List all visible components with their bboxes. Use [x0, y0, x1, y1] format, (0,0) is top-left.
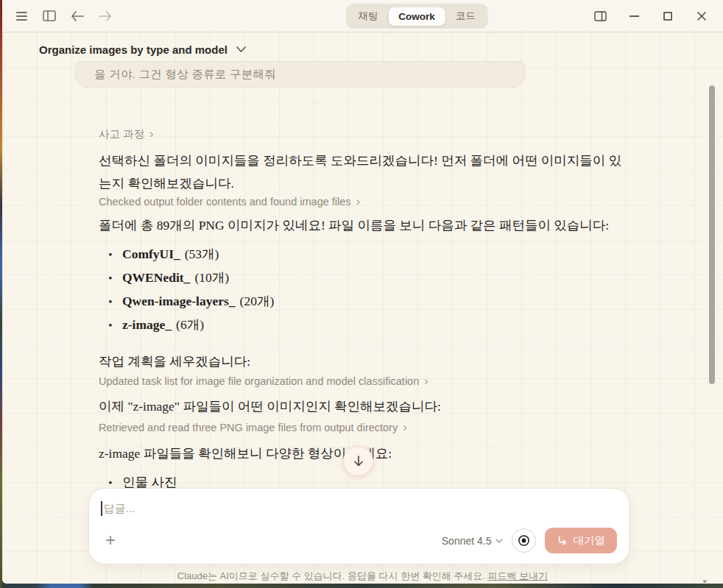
reply-composer: 답글... + Sonnet 4.5	[88, 488, 629, 564]
app-window: 채팅 Cowork 코드	[2, 0, 723, 584]
conversation-title-row[interactable]: Organize images by type and model	[39, 40, 246, 58]
list-item: • z-image_ (6개)	[99, 314, 624, 337]
scrollbar-thumb[interactable]	[709, 85, 715, 384]
minimize-button[interactable]	[620, 5, 648, 27]
bullet-icon: •	[99, 314, 122, 337]
menu-button[interactable]	[13, 7, 30, 25]
hamburger-icon	[16, 12, 27, 21]
sidebar-icon	[43, 10, 56, 21]
disclaimer-footer: Claude는 AI이므로 실수할 수 있습니다. 응답을 다시 한번 확인해 …	[2, 570, 723, 583]
reply-input[interactable]: 답글...	[101, 500, 617, 517]
forward-button[interactable]	[96, 7, 114, 25]
queue-button[interactable]: 대기열	[545, 528, 618, 553]
list-item: • QWENedit_ (10개)	[99, 266, 624, 290]
bullet-icon: •	[99, 291, 122, 314]
assistant-response: 사고 과정 › 선택하신 폴더의 이미지들을 정리하도록 도와드리겠습니다! 먼…	[99, 88, 624, 495]
titlebar: 채팅 Cowork 코드	[2, 0, 723, 32]
list-item: • ComfyUI_ (53개)	[99, 243, 624, 266]
forward-arrow-icon	[99, 11, 112, 21]
text-caret	[101, 501, 102, 516]
paragraph: 선택하신 폴더의 이미지들을 정리하도록 도와드리겠습니다! 먼저 폴더에 어떤…	[99, 149, 624, 195]
tool-result-toggle[interactable]: Updated task list for image file organiz…	[99, 375, 428, 388]
sidebar-toggle-button[interactable]	[40, 7, 58, 25]
mode-switcher: 채팅 Cowork 코드	[345, 4, 488, 29]
dictation-button[interactable]	[512, 528, 536, 553]
back-arrow-icon	[71, 11, 84, 21]
add-attachment-button[interactable]: +	[101, 531, 120, 550]
model-selector[interactable]: Sonnet 4.5	[442, 535, 503, 547]
chevron-right-icon: ›	[149, 129, 154, 139]
paragraph: 폴더에 총 89개의 PNG 이미지가 있네요! 파일 이름을 보니 다음과 같…	[99, 214, 624, 237]
close-button[interactable]	[688, 5, 716, 27]
scroll-to-bottom-button[interactable]	[343, 446, 373, 476]
chevron-down-icon	[236, 46, 246, 52]
maximize-icon	[663, 12, 672, 21]
disclaimer-text: Claude는 AI이므로 실수할 수 있습니다. 응답을 다시 한번 확인해 …	[177, 570, 485, 581]
paragraph: 작업 계획을 세우겠습니다:	[99, 350, 624, 373]
chevron-down-icon	[495, 539, 503, 543]
chevron-right-icon: ›	[424, 376, 428, 386]
bullet-icon: •	[99, 244, 122, 266]
screen: 채팅 Cowork 코드	[0, 0, 723, 588]
reply-placeholder: 답글...	[104, 502, 135, 516]
tool-result-toggle[interactable]: Checked output folder contents and found…	[99, 195, 360, 208]
thinking-process-toggle[interactable]: 사고 과정 ›	[99, 127, 154, 141]
split-view-icon	[594, 11, 607, 21]
pattern-list: • ComfyUI_ (53개) • QWENedit_ (10개) • Qwe…	[99, 243, 624, 337]
tab-code[interactable]: 코드	[445, 6, 486, 26]
tool-result-toggle[interactable]: Retrieved and read three PNG image files…	[99, 421, 407, 434]
split-view-button[interactable]	[586, 5, 614, 27]
tab-cowork[interactable]: Cowork	[388, 7, 445, 26]
page-title: Organize images by type and model	[39, 43, 228, 56]
back-button[interactable]	[68, 7, 86, 25]
record-icon	[518, 534, 530, 547]
maximize-button[interactable]	[654, 5, 682, 27]
minimize-icon	[629, 15, 639, 17]
bullet-icon: •	[99, 267, 122, 290]
tab-chat[interactable]: 채팅	[348, 6, 388, 26]
user-message-bubble: 을 거야. 그건 형상 종류로 구분해줘	[74, 61, 526, 88]
close-icon	[697, 12, 706, 21]
list-item: • Qwen-image-layers_ (20개)	[99, 290, 624, 314]
cowork-canvas: Organize images by type and model 을 거야. …	[2, 32, 723, 583]
paragraph: 이제 "z-image" 파일들이 어떤 이미지인지 확인해보겠습니다:	[99, 395, 624, 418]
user-message-text: 을 거야. 그건 형상 종류로 구분해줘	[94, 67, 276, 82]
chevron-right-icon: ›	[356, 196, 361, 207]
enqueue-arrow-icon	[557, 535, 568, 546]
arrow-down-icon	[353, 455, 364, 467]
feedback-link[interactable]: 피드백 보내기	[488, 570, 549, 581]
chevron-right-icon: ›	[403, 422, 407, 433]
